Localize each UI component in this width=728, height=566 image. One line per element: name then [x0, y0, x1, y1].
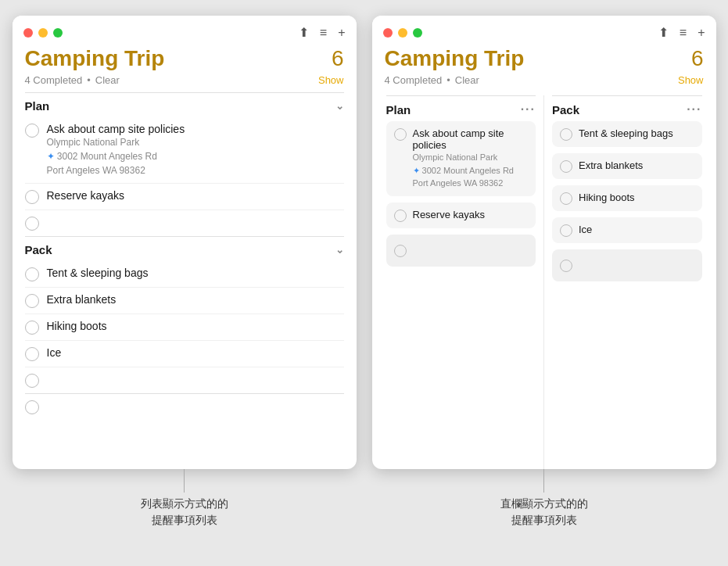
left-pack-section-header[interactable]: Pack ⌄: [25, 236, 344, 261]
right-pack-card-2: Extra blankets: [552, 153, 702, 179]
left-plan-item-2: Reserve kayaks: [25, 184, 344, 210]
left-add-icon[interactable]: +: [338, 26, 345, 40]
left-note-title: Camping Trip: [25, 46, 165, 71]
left-caption-block: 列表顯示方式的的提醒事項列表: [99, 469, 271, 528]
left-pack-item-5-empty: [25, 367, 344, 393]
right-plan-column-label: Plan: [386, 103, 411, 116]
left-share-icon[interactable]: ⬆: [299, 25, 309, 40]
right-pack-column: Pack ··· Tent & sleeping bags Extra blan…: [544, 95, 710, 469]
left-pack-item-2-main: Extra blankets: [47, 293, 117, 306]
right-note-count: 6: [691, 46, 704, 71]
left-pack-item-2-checkbox[interactable]: [25, 294, 39, 308]
left-caption-text: 列表顯示方式的的提醒事項列表: [141, 496, 228, 528]
right-minimize-button[interactable]: [398, 28, 407, 38]
right-traffic-lights: [383, 28, 422, 38]
left-pack-chevron: ⌄: [335, 244, 344, 256]
left-plan-item-1-text: Ask about camp site policies Olympic Nat…: [47, 123, 185, 177]
left-completed-row: 4 Completed • Clear Show: [25, 74, 344, 86]
right-titlebar-actions: ⬆ ≡ +: [658, 25, 705, 40]
right-plan-card-1-checkbox[interactable]: [394, 128, 407, 141]
right-pack-card-1-main: Tent & sleeping bags: [579, 127, 673, 139]
left-plan-item-2-main: Reserve kayaks: [47, 189, 125, 202]
right-plan-card-1-sub: Olympic National Park✦ 3002 Mount Angele…: [413, 151, 529, 190]
right-plan-card-2-main: Reserve kayaks: [413, 209, 485, 220]
left-plan-label: Plan: [25, 99, 50, 113]
left-caption-line: [184, 469, 185, 493]
left-bottom-empty: [25, 393, 344, 420]
right-plan-column-header[interactable]: Plan ···: [386, 95, 536, 121]
right-pack-card-3-main: Hiking boots: [579, 192, 635, 203]
left-maximize-button[interactable]: [53, 28, 63, 38]
right-window-col: ⬆ ≡ + Camping Trip 6 4 Completed • Clear…: [372, 16, 716, 528]
left-plan-section-header[interactable]: Plan ⌄: [25, 92, 344, 117]
right-show-button[interactable]: Show: [678, 74, 704, 86]
right-pack-card-4: Ice: [552, 217, 702, 243]
left-pack-item-3: Hiking boots: [25, 314, 344, 341]
left-plan-item-1-checkbox[interactable]: [25, 124, 39, 138]
right-plan-card-3-empty: [386, 235, 536, 267]
left-pack-item-3-main: Hiking boots: [47, 320, 107, 332]
right-clear-button[interactable]: Clear: [455, 74, 479, 86]
right-plan-card-2-text: Reserve kayaks: [413, 209, 485, 220]
left-minimize-button[interactable]: [38, 28, 48, 38]
right-plan-card-3-checkbox[interactable]: [394, 245, 407, 257]
right-pack-card-3: Hiking boots: [552, 185, 702, 211]
right-plan-card-1-text: Ask about camp site policies Olympic Nat…: [413, 127, 529, 190]
left-pack-item-1: Tent & sleeping bags: [25, 261, 344, 288]
left-list-icon[interactable]: ≡: [320, 26, 327, 40]
right-caption-line: [543, 469, 544, 493]
right-caption-block: 直欄顯示方式的的提醒事項列表: [458, 469, 630, 528]
left-title-row: Camping Trip 6: [25, 46, 344, 71]
right-close-button[interactable]: [383, 28, 393, 38]
windows-row: ⬆ ≡ + Camping Trip 6 4 Completed • Clear…: [16, 16, 712, 528]
left-close-button[interactable]: [23, 28, 33, 38]
right-plan-card-2-checkbox[interactable]: [394, 210, 407, 222]
left-plan-item-2-text: Reserve kayaks: [47, 189, 125, 202]
left-bottom-checkbox[interactable]: [25, 400, 39, 414]
left-clear-button[interactable]: Clear: [95, 74, 120, 86]
right-pack-dots-icon[interactable]: ···: [687, 102, 701, 116]
left-show-button[interactable]: Show: [318, 74, 344, 86]
right-pack-card-4-checkbox[interactable]: [560, 224, 572, 237]
right-title-row: Camping Trip 6: [385, 46, 704, 71]
left-pack-item-1-main: Tent & sleeping bags: [47, 267, 149, 279]
left-plan-item-1-main: Ask about camp site policies: [47, 123, 185, 135]
right-pack-column-header[interactable]: Pack ···: [552, 95, 702, 121]
right-pack-card-3-checkbox[interactable]: [560, 192, 572, 205]
right-bullet: •: [446, 74, 450, 86]
right-share-icon[interactable]: ⬆: [658, 25, 669, 40]
right-list-icon[interactable]: ≡: [680, 26, 687, 40]
right-titlebar: ⬆ ≡ +: [372, 16, 716, 46]
right-columns-container: Plan ··· Ask about camp site policies Ol…: [372, 95, 716, 469]
left-pack-item-4: Ice: [25, 341, 344, 367]
location-icon: ✦: [47, 151, 55, 162]
left-pack-item-4-checkbox[interactable]: [25, 347, 39, 361]
right-pack-column-label: Pack: [552, 103, 579, 116]
right-add-icon[interactable]: +: [698, 26, 705, 40]
right-plan-card-1: Ask about camp site policies Olympic Nat…: [386, 121, 536, 196]
left-plan-item-3-checkbox[interactable]: [25, 217, 39, 231]
right-plan-column: Plan ··· Ask about camp site policies Ol…: [378, 95, 545, 469]
left-plan-item-3-empty: [25, 210, 344, 236]
left-pack-item-3-checkbox[interactable]: [25, 321, 39, 335]
left-bullet: •: [87, 74, 91, 86]
right-completed-text: 4 Completed: [385, 74, 443, 86]
right-pack-card-1: Tent & sleeping bags: [552, 121, 702, 147]
right-pack-card-2-checkbox[interactable]: [560, 160, 572, 173]
left-titlebar: ⬆ ≡ +: [13, 16, 357, 46]
right-pack-card-1-checkbox[interactable]: [560, 128, 572, 141]
left-pack-item-5-checkbox[interactable]: [25, 374, 39, 388]
right-pack-card-5-checkbox[interactable]: [560, 260, 572, 272]
left-window: ⬆ ≡ + Camping Trip 6 4 Completed • Clear…: [13, 16, 357, 469]
right-note-title: Camping Trip: [385, 46, 525, 71]
left-pack-item-1-checkbox[interactable]: [25, 267, 39, 281]
left-plan-item-1: Ask about camp site policies Olympic Nat…: [25, 117, 344, 184]
right-completed-row: 4 Completed • Clear Show: [385, 74, 704, 86]
right-plan-dots-icon[interactable]: ···: [521, 102, 536, 116]
left-pack-label: Pack: [25, 243, 52, 256]
right-maximize-button[interactable]: [413, 28, 422, 38]
left-plan-item-2-checkbox[interactable]: [25, 190, 39, 204]
right-plan-card-1-main: Ask about camp site policies: [413, 127, 529, 151]
right-plan-card-2: Reserve kayaks: [386, 202, 536, 228]
left-plan-item-1-sub: Olympic National Park✦ 3002 Mount Angele…: [47, 135, 185, 177]
